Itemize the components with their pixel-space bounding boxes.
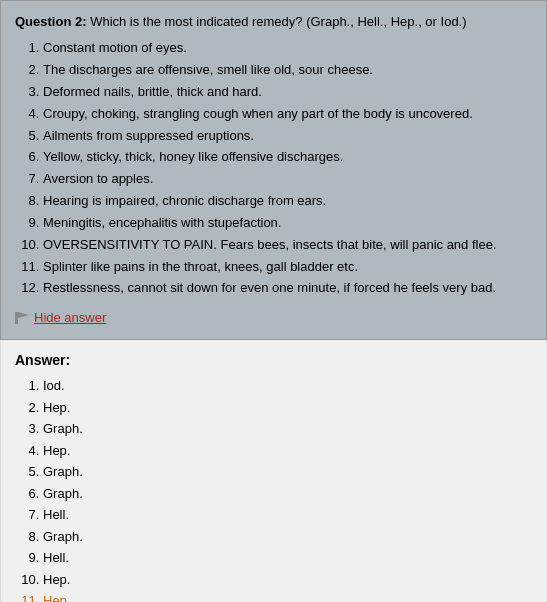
answer-list: Iod.Hep.Graph.Hep.Graph.Graph.Hell.Graph… [15, 376, 532, 602]
answer-list-item: Hep. [43, 398, 532, 418]
question-title: Question 2: Which is the most indicated … [15, 13, 532, 31]
answer-list-item: Graph. [43, 484, 532, 504]
question-list-item: OVERSENSITIVITY TO PAIN. Fears bees, ins… [43, 236, 532, 255]
question-list-item: The discharges are offensive, smell like… [43, 61, 532, 80]
question-text: Which is the most indicated remedy? (Gra… [87, 14, 467, 29]
svg-marker-1 [18, 312, 29, 318]
question-list-item: Ailments from suppressed eruptions. [43, 127, 532, 146]
answer-list-item: Hell. [43, 548, 532, 568]
question-section: Question 2: Which is the most indicated … [0, 0, 547, 340]
question-list-item: Deformed nails, brittle, thick and hard. [43, 83, 532, 102]
question-list: Constant motion of eyes.The discharges a… [15, 39, 532, 298]
answer-list-item: Hep. [43, 441, 532, 461]
question-list-item: Aversion to apples. [43, 170, 532, 189]
question-list-item: Croupy, choking, strangling cough when a… [43, 105, 532, 124]
question-label: Question 2: [15, 14, 87, 29]
svg-rect-0 [15, 312, 18, 324]
flag-icon [15, 312, 29, 324]
question-list-item: Hearing is impaired, chronic discharge f… [43, 192, 532, 211]
answer-title: Answer: [15, 352, 532, 368]
answer-section: Answer: Iod.Hep.Graph.Hep.Graph.Graph.He… [0, 340, 547, 602]
answer-list-item: Iod. [43, 376, 532, 396]
question-list-item: Constant motion of eyes. [43, 39, 532, 58]
answer-list-item: Hep. [43, 570, 532, 590]
question-list-item: Yellow, sticky, thick, honey like offens… [43, 148, 532, 167]
answer-list-item: Graph. [43, 419, 532, 439]
answer-list-item: Graph. [43, 527, 532, 547]
answer-list-item: Hep. [43, 591, 532, 602]
question-list-item: Restlessness, cannot sit down for even o… [43, 279, 532, 298]
hide-answer-row: Hide answer [15, 310, 532, 325]
answer-list-item: Hell. [43, 505, 532, 525]
hide-answer-link[interactable]: Hide answer [34, 310, 106, 325]
question-list-item: Meningitis, encephalitis with stupefacti… [43, 214, 532, 233]
answer-list-item: Graph. [43, 462, 532, 482]
question-list-item: Splinter like pains in the throat, knees… [43, 258, 532, 277]
